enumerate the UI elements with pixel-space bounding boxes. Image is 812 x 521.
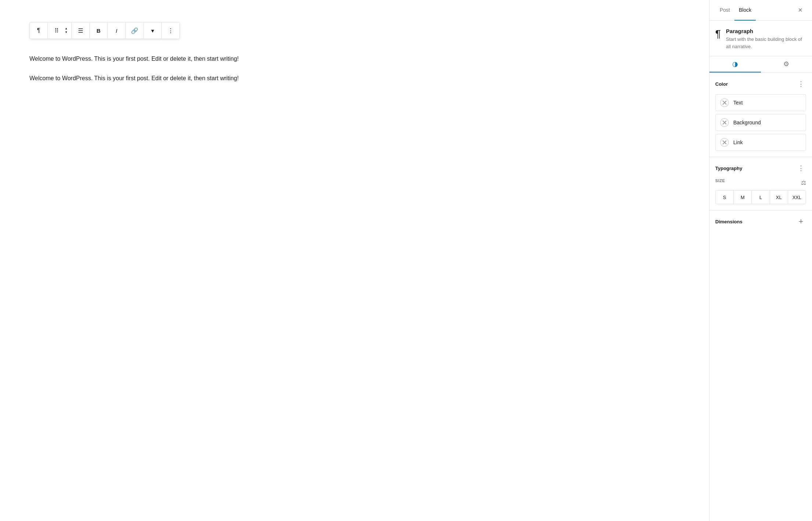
background-color-swatch [720,118,729,127]
toolbar-italic-btn[interactable]: I [110,24,123,37]
toolbar-more-options-btn[interactable]: ▾ [146,24,159,37]
dimensions-section-title: Dimensions [715,219,742,224]
color-background-item[interactable]: Background [715,114,806,131]
tab-post[interactable]: Post [715,0,734,21]
color-section-menu-btn[interactable]: ⋮ [796,79,806,89]
toolbar-move-group: ▲ ▼ [63,24,69,37]
text-color-label: Text [733,100,743,106]
color-section: Color ⋮ Text Background Link [709,73,812,157]
block-info: ¶ Paragraph Start with the basic buildin… [709,21,812,56]
size-m-btn[interactable]: M [734,191,752,204]
background-color-label: Background [733,120,761,125]
typography-section-header: Typography ⋮ [715,163,806,173]
toolbar-options-btn[interactable]: ⋮ [164,24,177,37]
sub-tab-style[interactable]: ◑ [709,56,761,72]
gear-icon: ⚙ [783,60,789,68]
block-subtitle: Start with the basic building block of a… [726,36,806,50]
toolbar-move-down[interactable]: ▼ [63,31,69,34]
paragraph-1[interactable]: Welcome to WordPress. This is your first… [29,54,680,64]
toolbar-paragraph-btn[interactable]: ¶ [32,24,45,37]
color-section-header: Color ⋮ [715,79,806,89]
paragraph-block-icon: ¶ [715,29,721,39]
sidebar-tabs-header: Post Block × [709,0,812,21]
block-toolbar: ¶ ⠿ ▲ ▼ ☰ B I 🔗 ▾ ⋮ [29,22,180,39]
size-header: SIZE ⚖ [715,178,806,187]
size-label: SIZE [715,178,725,183]
editor-content: Welcome to WordPress. This is your first… [29,50,680,84]
toolbar-link-btn[interactable]: 🔗 [128,24,141,37]
typography-section: Typography ⋮ SIZE ⚖ S M L XL XXL [709,157,812,210]
typography-section-title: Typography [715,166,742,171]
size-xl-btn[interactable]: XL [770,191,788,204]
size-buttons-group: S M L XL XXL [715,190,806,204]
toolbar-align-btn[interactable]: ☰ [74,24,87,37]
typography-section-menu-btn[interactable]: ⋮ [796,163,806,173]
size-filter-btn[interactable]: ⚖ [801,179,806,186]
size-xxl-btn[interactable]: XXL [788,191,806,204]
color-section-title: Color [715,81,728,87]
sliders-icon: ⚖ [801,179,806,186]
dimensions-add-btn[interactable]: + [796,216,806,227]
link-color-swatch [720,138,729,147]
tab-block[interactable]: Block [734,0,756,21]
block-sub-tabs: ◑ ⚙ [709,56,812,73]
toolbar-drag-btn[interactable]: ⠿ [50,24,63,37]
sub-tab-settings[interactable]: ⚙ [761,56,812,72]
link-color-label: Link [733,139,743,145]
size-s-btn[interactable]: S [716,191,734,204]
text-color-swatch [720,98,729,107]
toolbar-move-up[interactable]: ▲ [63,27,69,31]
dimensions-section-header: Dimensions + [715,216,806,227]
toolbar-bold-btn[interactable]: B [92,24,105,37]
half-circle-icon: ◑ [732,60,738,68]
sidebar: Post Block × ¶ Paragraph Start with the … [709,0,812,521]
editor-area: ¶ ⠿ ▲ ▼ ☰ B I 🔗 ▾ ⋮ [0,0,709,521]
color-link-item[interactable]: Link [715,134,806,151]
block-description: Paragraph Start with the basic building … [726,28,806,50]
sidebar-close-btn[interactable]: × [794,4,806,16]
dimensions-section: Dimensions + [709,210,812,233]
block-title: Paragraph [726,28,806,34]
paragraph-2[interactable]: Welcome to WordPress. This is your first… [29,73,680,84]
color-text-item[interactable]: Text [715,94,806,111]
size-l-btn[interactable]: L [752,191,770,204]
